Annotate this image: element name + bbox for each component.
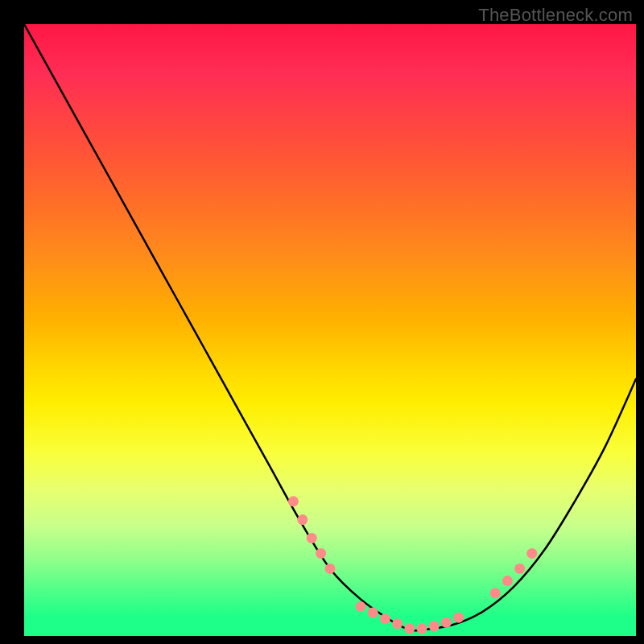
data-marker <box>392 618 402 629</box>
data-marker <box>297 514 308 525</box>
data-marker <box>429 621 440 631</box>
chart-plot-area <box>24 24 636 636</box>
data-marker <box>380 613 390 624</box>
data-marker <box>404 623 415 634</box>
data-marker <box>368 608 378 618</box>
data-marker <box>307 533 317 543</box>
data-marker <box>526 548 537 559</box>
data-marker <box>288 496 299 506</box>
bottleneck-curve-line <box>24 24 636 631</box>
watermark-label: TheBottleneck.com <box>478 5 633 26</box>
data-marker <box>316 548 326 559</box>
data-marker <box>502 576 513 586</box>
data-marker <box>514 564 525 574</box>
data-marker <box>356 601 366 612</box>
data-marker <box>453 613 464 623</box>
data-marker <box>417 623 427 634</box>
bottleneck-curve-svg <box>24 24 636 636</box>
data-marker <box>490 588 501 598</box>
data-marker <box>325 564 336 574</box>
data-marker <box>441 617 452 628</box>
data-markers-group <box>288 496 537 634</box>
